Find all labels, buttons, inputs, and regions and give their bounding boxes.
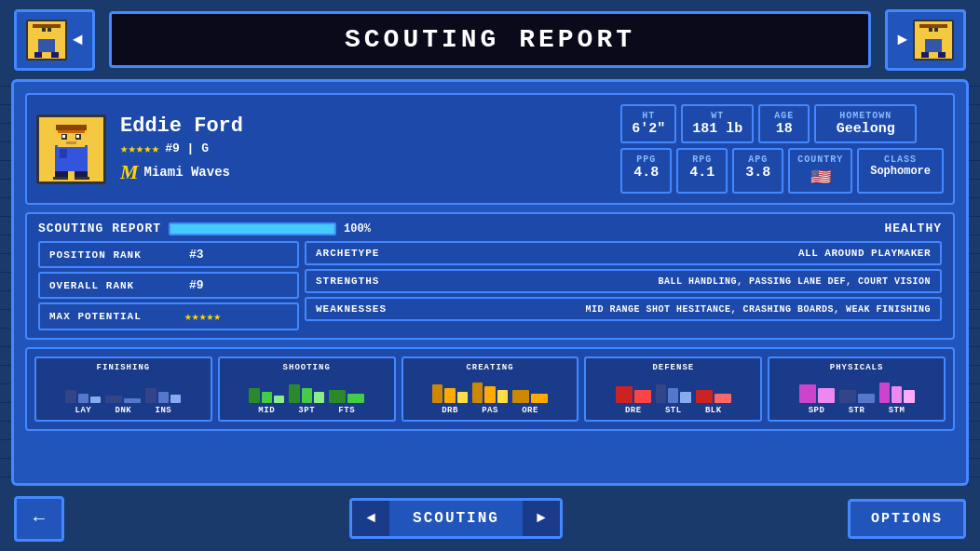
svg-rect-10 [934,28,938,32]
attr-item-label: 3PT [298,406,315,415]
svg-rect-25 [88,145,97,151]
svg-rect-12 [921,52,929,58]
bar-container [289,377,324,403]
stat-class: CLASS Sophomore [857,148,944,194]
bar-container [65,377,101,403]
progress-container: SCOUTING REPORT 100% [38,222,371,235]
attr-item-label: FTS [338,406,355,415]
bar-container [656,377,691,403]
attr-item-label: MID [258,406,275,415]
team-logo: M [120,160,139,184]
attr-item-lay: LAY [65,377,101,415]
attr-group-shooting: SHOOTINGMID3PTFTS [218,356,396,422]
max-potential-row: MAX POTENTIAL ★★★★★ [38,302,299,330]
mini-bar [892,386,902,403]
player-stats-panel: HT 6'2" WT 181 lb AGE 18 HOMETOWN Geelon… [620,104,944,194]
bar-container [329,377,364,403]
mini-bar [170,395,181,403]
player-meta: ★★★★★ #9 | G [120,141,606,156]
mini-bar [78,394,88,403]
bar-container [879,377,915,403]
stat-ht: HT 6'2" [620,104,676,143]
overall-rank-row: OVERALL RANK #9 [38,272,299,299]
mini-bar [289,384,299,403]
bar-container [145,377,181,403]
bar-container [799,377,835,403]
prev-player-icon [29,22,64,58]
svg-rect-15 [60,149,67,158]
attr-item-dnk: DNK [105,377,141,415]
mini-bar [347,394,364,403]
mini-bar [680,392,690,403]
svg-rect-18 [58,130,85,133]
attr-item-stl: STL [656,377,691,415]
attr-item-label: BLK [705,406,722,415]
bar-container [696,377,731,403]
mini-bar [512,390,529,403]
attr-bars-container: LAYDNKINS [41,377,206,415]
mini-bar [904,390,914,403]
svg-rect-9 [929,28,932,32]
svg-rect-22 [76,135,79,138]
svg-rect-2 [42,28,46,32]
attr-group-label: FINISHING [41,363,206,372]
bar-container [105,377,141,403]
svg-rect-29 [75,177,89,180]
attr-group-physicals: PHYSICALSSPDSTRSTM [768,356,946,422]
page-title: SCOUTING REPORT [345,25,635,54]
mini-bar [715,394,731,403]
svg-rect-1 [38,39,55,52]
player-num-pos: #9 | G [165,141,209,155]
mini-bar [616,386,633,403]
scouting-section: SCOUTING REPORT 100% HEALTHY POSITION RA… [25,212,955,340]
svg-rect-6 [51,52,59,58]
bar-container [249,377,284,403]
attr-item-label: SPD [809,406,825,415]
mini-bar [656,384,666,403]
team-info: M Miami Waves [120,160,606,184]
mini-bar [472,383,483,403]
mini-bar [329,390,346,403]
attribute-rows-container: POSITION RANK #3 OVERALL RANK #9 MAX POT… [38,241,942,330]
attr-group-defense: DEFENSEDRESTLBLK [584,356,762,422]
mini-bar [858,394,875,403]
attr-item-label: DRB [442,406,458,415]
attr-item-label: DRE [625,406,642,415]
next-arrow: ► [897,31,907,49]
bar-container [472,377,508,403]
stat-country: COUNTRY 🇺🇸 [788,148,852,194]
next-player-btn[interactable]: ► [885,9,966,71]
options-button[interactable]: OPTIONS [848,499,966,539]
attr-bars-container: MID3PTFTS [225,377,389,415]
stat-hometown: HOMETOWN Geelong [814,104,917,143]
attr-item-label: STR [849,406,865,415]
player-name: Eddie Ford [120,114,606,138]
progress-fill [170,224,334,234]
right-stats-col: ARCHETYPE ALL AROUND PLAYMAKER STRENGTHS… [305,241,942,330]
scouting-label: SCOUTING [389,501,523,536]
scouting-prev-btn[interactable]: ◄ [352,501,389,536]
player-stars: ★★★★★ [120,141,159,156]
left-stats-col: POSITION RANK #3 OVERALL RANK #9 MAX POT… [38,241,299,330]
scouting-next-btn[interactable]: ► [523,501,560,536]
back-button[interactable]: ← [14,496,64,542]
stat-rpg: RPG 4.1 [676,148,728,194]
country-flag: 🇺🇸 [797,167,843,187]
next-avatar [913,20,954,60]
svg-rect-5 [34,52,42,58]
mini-bar [262,392,272,403]
mini-bar [839,390,856,403]
attr-item-label: DNK [116,406,132,415]
mini-bar [124,398,141,403]
next-player-icon [916,22,951,58]
center-nav[interactable]: ◄ SCOUTING ► [349,498,562,539]
attr-group-label: CREATING [408,363,573,372]
stat-wt: WT 181 lb [681,104,754,143]
attr-group-finishing: FINISHINGLAYDNKINS [34,356,212,422]
attr-item-label: ORE [522,406,538,415]
svg-rect-13 [938,52,946,58]
prev-player-btn[interactable]: ◄ [14,9,95,71]
stats-row-1: HT 6'2" WT 181 lb AGE 18 HOMETOWN Geelon… [620,104,944,143]
mini-bar [818,388,835,403]
attr-bars-container: SPDSTRSTM [774,377,939,415]
